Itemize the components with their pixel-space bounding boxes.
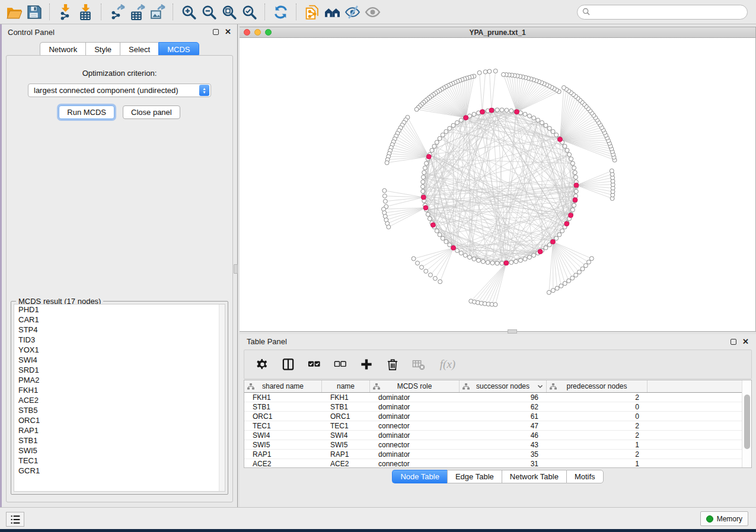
cell-shared_name[interactable]: SWI5 [244, 440, 322, 449]
cell-name[interactable]: RAP1 [322, 450, 370, 459]
cell-mcds_role[interactable]: connector [370, 459, 460, 467]
hide-labels-icon[interactable] [342, 2, 362, 21]
cell-predecessor_nodes[interactable]: 2 [547, 421, 647, 430]
cell-name[interactable]: STB1 [322, 402, 370, 411]
table-row[interactable]: STB1STB1dominator620 [244, 402, 742, 412]
import-table-icon[interactable] [75, 2, 95, 21]
table-row[interactable]: FKH1FKH1dominator962 [244, 393, 742, 402]
run-mcds-button[interactable]: Run MCDS [59, 105, 114, 119]
mcds-hub-node[interactable] [574, 183, 579, 188]
float-panel-icon[interactable] [213, 29, 219, 35]
result-node[interactable]: SWI5 [14, 446, 225, 456]
select-all-icon[interactable] [307, 357, 321, 371]
network-home-icon[interactable] [322, 2, 342, 21]
memory-button[interactable]: Memory [700, 511, 748, 526]
table-scrollbar-thumb[interactable] [744, 395, 750, 449]
mcds-hub-node[interactable] [426, 154, 431, 159]
mcds-hub-node[interactable] [573, 198, 578, 203]
result-node[interactable]: SWI4 [14, 355, 225, 365]
cell-mcds_role[interactable]: dominator [370, 402, 460, 411]
cell-mcds_role[interactable]: dominator [370, 412, 460, 421]
delete-icon[interactable] [385, 357, 400, 371]
result-node[interactable]: TID3 [14, 335, 225, 345]
graph-nodes[interactable] [381, 69, 617, 306]
result-node[interactable]: STB5 [14, 405, 225, 415]
export-network-icon[interactable] [107, 2, 127, 21]
horizontal-splitter-grip[interactable] [508, 329, 517, 334]
search-input[interactable] [577, 5, 748, 20]
cell-successor_nodes[interactable]: 31 [460, 459, 547, 467]
network-canvas[interactable] [240, 38, 755, 331]
mcds-hub-node[interactable] [489, 108, 494, 113]
mcds-hub-node[interactable] [515, 110, 519, 114]
result-node[interactable]: STP4 [14, 325, 225, 335]
table-row[interactable]: ACE2ACE2connector311 [244, 459, 742, 467]
zoom-in-icon[interactable] [178, 2, 199, 21]
cell-mcds_role[interactable]: dominator [370, 393, 460, 402]
result-node[interactable]: YOX1 [14, 345, 225, 355]
cell-predecessor_nodes[interactable]: 1 [547, 440, 647, 449]
cell-successor_nodes[interactable]: 35 [460, 450, 547, 459]
mcds-hub-node[interactable] [557, 137, 562, 142]
network-graph[interactable] [240, 38, 755, 331]
table-row[interactable]: RAP1RAP1dominator352 [244, 450, 742, 459]
destroy-table-icon[interactable] [412, 357, 426, 371]
float-table-panel-icon[interactable] [731, 339, 736, 345]
cell-predecessor_nodes[interactable]: 0 [547, 412, 647, 421]
cell-successor_nodes[interactable]: 61 [460, 412, 547, 421]
mcds-hub-node[interactable] [538, 249, 543, 254]
open-file-icon[interactable] [4, 2, 24, 21]
cell-name[interactable]: FKH1 [322, 393, 370, 402]
cell-name[interactable]: TEC1 [322, 421, 370, 430]
table-row[interactable]: ORC1ORC1dominator610 [244, 412, 742, 421]
column-header-predecessor-nodes[interactable]: predecessor nodes [547, 380, 647, 392]
mcds-hub-node[interactable] [504, 261, 509, 265]
zoom-selected-icon[interactable] [239, 2, 259, 21]
result-node[interactable]: CAR1 [14, 315, 225, 325]
result-node[interactable]: ORC1 [14, 415, 225, 425]
close-panel-icon[interactable]: ✕ [225, 29, 231, 35]
cell-predecessor_nodes[interactable]: 2 [547, 431, 647, 440]
cell-name[interactable]: ORC1 [322, 412, 370, 421]
splitter-grip[interactable] [234, 264, 238, 274]
mcds-hub-node[interactable] [550, 239, 555, 244]
cell-mcds_role[interactable]: dominator [370, 431, 460, 440]
settings-icon[interactable] [255, 357, 269, 371]
mcds-hub-node[interactable] [569, 213, 573, 218]
cell-shared_name[interactable]: STB1 [244, 402, 322, 411]
cell-shared_name[interactable]: ORC1 [244, 412, 322, 421]
add-icon[interactable] [359, 357, 374, 371]
cell-shared_name[interactable]: ACE2 [244, 459, 322, 467]
zoom-fit-icon[interactable] [219, 2, 239, 21]
result-node[interactable]: PHD1 [14, 305, 225, 315]
mcds-hub-node[interactable] [564, 222, 569, 226]
cell-predecessor_nodes[interactable]: 0 [547, 402, 647, 411]
mcds-result-list[interactable]: PHD1CAR1STP4TID3YOX1SWI4SRD1PMA2FKH1ACE2… [14, 304, 225, 492]
cell-successor_nodes[interactable]: 62 [460, 402, 547, 411]
cell-mcds_role[interactable]: connector [370, 421, 460, 430]
unselect-all-icon[interactable] [333, 357, 347, 371]
close-panel-button[interactable]: Close panel [123, 105, 180, 119]
mcds-hub-node[interactable] [423, 206, 428, 210]
cell-name[interactable]: ACE2 [322, 459, 370, 467]
show-panels-button[interactable] [6, 512, 24, 527]
cell-mcds_role[interactable]: connector [370, 440, 460, 449]
export-table-icon[interactable] [127, 2, 147, 21]
function-builder-icon[interactable]: f(x) [438, 357, 458, 371]
result-node[interactable]: RAP1 [14, 425, 225, 435]
table-row[interactable]: TEC1TEC1connector472 [244, 421, 742, 431]
cell-successor_nodes[interactable]: 47 [460, 421, 547, 430]
table-row[interactable]: SWI4SWI4dominator462 [244, 431, 742, 440]
result-node[interactable]: FKH1 [14, 385, 225, 395]
result-node[interactable]: SRD1 [14, 365, 225, 375]
result-node[interactable]: ACE2 [14, 395, 225, 405]
save-session-icon[interactable] [24, 2, 44, 21]
result-list-scrollbar[interactable] [219, 305, 225, 491]
cell-successor_nodes[interactable]: 43 [460, 440, 547, 449]
tab-node-table[interactable]: Node Table [392, 470, 447, 483]
cell-predecessor_nodes[interactable]: 2 [547, 393, 647, 402]
result-node[interactable]: STB1 [14, 435, 225, 446]
close-table-panel-icon[interactable]: ✕ [742, 339, 749, 345]
column-header-name[interactable]: name [322, 380, 370, 392]
mcds-hub-node[interactable] [480, 110, 484, 114]
